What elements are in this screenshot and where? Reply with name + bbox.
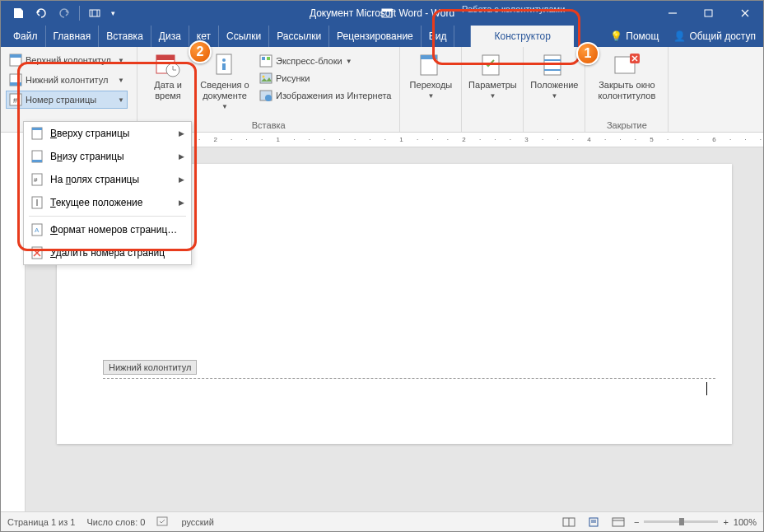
svg-rect-14 <box>156 55 175 60</box>
redo-button[interactable] <box>54 3 75 23</box>
tab-designer[interactable]: Конструктор <box>471 26 573 47</box>
page-bottom-icon <box>30 150 44 163</box>
qat-customize-button[interactable]: ▾ <box>107 3 119 23</box>
page-number-menu: Вверху страницы▶ Внизу страницы▶ #На пол… <box>23 121 192 265</box>
svg-rect-0 <box>90 10 100 16</box>
menu-bottom-of-page[interactable]: Внизу страницы▶ <box>24 145 191 168</box>
picture-icon <box>259 72 273 85</box>
ribbon: Верхний колонтитул ▼ Нижний колонтитул ▼… <box>1 47 763 133</box>
header-icon <box>9 54 22 67</box>
close-icon <box>613 52 640 78</box>
ribbon-tabs: Файл Главная Вставка Диза кет Ссылки Рас… <box>1 26 763 47</box>
svg-rect-47 <box>157 517 167 525</box>
svg-rect-39 <box>32 160 42 162</box>
menu-current-position[interactable]: Текущее положение▶ <box>24 191 191 214</box>
page-margins-icon: # <box>30 173 44 186</box>
vertical-ruler[interactable] <box>1 147 26 518</box>
current-pos-icon <box>30 196 44 209</box>
zoom-slider[interactable] <box>644 520 718 523</box>
svg-rect-8 <box>10 54 21 58</box>
chevron-right-icon: ▶ <box>179 129 184 138</box>
touch-mode-button[interactable] <box>84 3 105 23</box>
spell-check-icon[interactable] <box>156 516 170 529</box>
svg-rect-29 <box>421 55 437 59</box>
page-number-icon: # <box>9 93 22 106</box>
svg-rect-20 <box>222 63 226 70</box>
svg-rect-31 <box>544 55 561 75</box>
close-button[interactable] <box>727 1 763 26</box>
chevron-right-icon: ▶ <box>179 175 184 184</box>
tab-review[interactable]: Рецензирование <box>329 26 422 47</box>
share-button[interactable]: 👤Общий доступ <box>666 26 763 47</box>
online-pictures-button[interactable]: Изображения из Интернета <box>256 87 394 104</box>
menu-format-page-numbers[interactable]: AФормат номеров страниц… <box>24 218 191 241</box>
menu-top-of-page[interactable]: Вверху страницы▶ <box>24 122 191 145</box>
status-language[interactable]: русский <box>181 517 213 527</box>
svg-text:A: A <box>35 226 40 234</box>
svg-rect-6 <box>705 10 712 16</box>
menu-remove-page-numbers[interactable]: Удалить номера страниц <box>24 241 191 264</box>
chevron-down-icon: ▼ <box>118 96 124 104</box>
svg-rect-30 <box>482 55 499 75</box>
chevron-down-icon: ▼ <box>118 57 124 64</box>
contextual-tab-label: Работа с колонтитулами <box>462 4 565 14</box>
view-web-layout-button[interactable] <box>609 515 627 530</box>
footer-button[interactable]: Нижний колонтитул ▼ <box>6 71 128 89</box>
date-time-button[interactable]: Дата и время <box>142 49 193 104</box>
tab-view[interactable]: Вид <box>422 26 455 47</box>
page-number-button[interactable]: #Номер страницы ▼ <box>6 91 128 109</box>
menu-page-margins[interactable]: #На полях страницы▶ <box>24 168 191 191</box>
group-insert: Дата и время Сведения о документе▼ Экспр… <box>137 47 400 132</box>
zoom-control[interactable]: − + 100% <box>634 517 757 527</box>
status-bar: Страница 1 из 1 Число слов: 0 русский − … <box>1 511 763 531</box>
document-info-icon <box>212 52 238 78</box>
tab-home[interactable]: Главная <box>46 26 100 47</box>
svg-text:#: # <box>13 96 17 105</box>
undo-button[interactable] <box>30 3 52 23</box>
quick-access-toolbar: ▾ <box>1 3 119 23</box>
position-icon <box>541 52 567 78</box>
svg-rect-10 <box>10 82 21 86</box>
svg-rect-24 <box>260 73 272 83</box>
header-button[interactable]: Верхний колонтитул ▼ <box>6 51 128 69</box>
zoom-out-button[interactable]: − <box>634 517 639 527</box>
chevron-right-icon: ▶ <box>179 198 184 207</box>
footer-edit-area[interactable] <box>103 378 715 403</box>
save-button[interactable] <box>7 3 29 23</box>
tab-design[interactable]: Диза <box>151 26 189 47</box>
svg-rect-22 <box>262 57 265 60</box>
options-icon <box>479 52 505 78</box>
callout-number-1: 1 <box>576 42 599 65</box>
group-options: Параметры▼ <box>462 47 524 132</box>
quick-parts-button[interactable]: Экспресс-блоки ▼ <box>256 53 394 69</box>
tell-me-button[interactable]: 💡Помощ <box>603 26 666 47</box>
tab-insert[interactable]: Вставка <box>99 26 151 47</box>
zoom-in-button[interactable]: + <box>723 517 728 527</box>
chevron-down-icon: ▼ <box>118 77 124 84</box>
minimize-button[interactable] <box>655 1 691 26</box>
maximize-button[interactable] <box>691 1 727 26</box>
quick-parts-icon <box>259 54 273 68</box>
svg-rect-37 <box>32 128 42 130</box>
pictures-button[interactable]: Рисунки <box>256 70 394 86</box>
view-print-layout-button[interactable] <box>585 515 603 530</box>
zoom-level[interactable]: 100% <box>734 517 757 527</box>
close-header-footer-button[interactable]: Закрыть окно колонтитулов <box>590 49 663 104</box>
group-navigation: Переходы▼ <box>400 47 462 132</box>
options-button[interactable]: Параметры▼ <box>467 49 518 103</box>
group-close: Закрыть окно колонтитулов Закрытие <box>585 47 668 132</box>
group-position: Положение▼ <box>524 47 585 132</box>
status-page[interactable]: Страница 1 из 1 <box>7 517 75 527</box>
calendar-icon <box>155 52 181 78</box>
text-cursor <box>706 382 707 395</box>
online-picture-icon <box>259 89 273 102</box>
position-button[interactable]: Положение▼ <box>529 49 580 103</box>
view-read-mode-button[interactable] <box>560 515 578 530</box>
navigation-button[interactable]: Переходы▼ <box>405 49 456 103</box>
tab-references[interactable]: Ссылки <box>219 26 269 47</box>
group-header-footer: Верхний колонтитул ▼ Нижний колонтитул ▼… <box>1 47 137 132</box>
status-word-count[interactable]: Число слов: 0 <box>86 517 145 527</box>
svg-text:#: # <box>34 176 38 184</box>
tab-mailings[interactable]: Рассылки <box>269 26 329 47</box>
tab-file[interactable]: Файл <box>6 26 46 47</box>
